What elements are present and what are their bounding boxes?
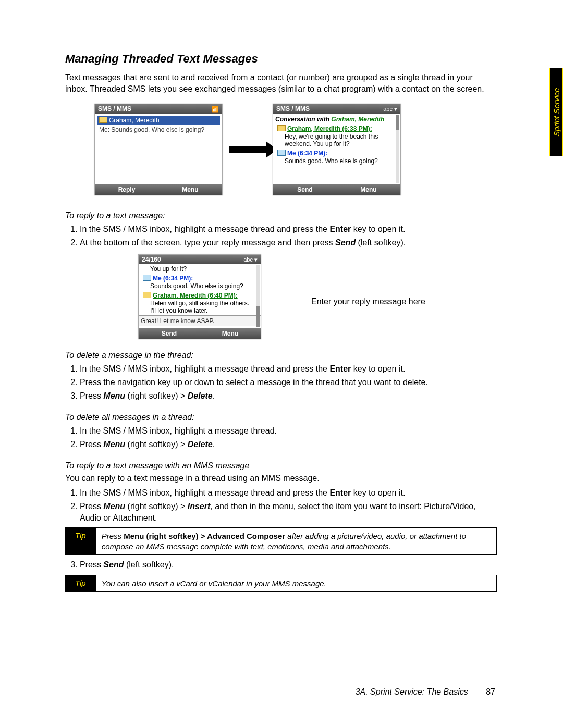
tip-label: Tip	[66, 528, 96, 554]
thread-contact: Graham, Meredith	[109, 117, 160, 124]
msg-body: Sounds good. Who else is going?	[275, 157, 398, 166]
thread-row-selected[interactable]: Graham, Meredith	[97, 116, 220, 125]
msg-body: Hey, we're going to the beach this weeke…	[275, 133, 398, 149]
side-tab-sprint-service: Sprint Service	[549, 68, 563, 156]
phone-conversation: SMS / MMS abc ▾ Conversation with Graham…	[273, 104, 401, 195]
envelope-icon	[99, 117, 107, 123]
footer-chapter: 3A. Sprint Service: The Basics	[356, 687, 468, 696]
input-mode-icon: abc ▾	[243, 256, 258, 263]
scrollbar[interactable]	[396, 115, 399, 183]
step: In the SMS / MMS inbox, highlight a mess…	[80, 224, 497, 235]
footer-page-number: 87	[486, 687, 495, 696]
phone-reply: 24/160 abc ▾ You up for it? Me (6:34 PM)…	[138, 254, 261, 339]
msg-body: You up for it?	[141, 265, 259, 274]
screens-row: SMS / MMS 📶 Graham, Meredith Me: Sounds …	[94, 104, 497, 195]
arrow-block	[223, 146, 273, 153]
subhead-mms-reply: To reply to a text message with an MMS m…	[65, 461, 497, 471]
softkey-menu[interactable]: Menu	[200, 328, 261, 339]
step: At the bottom of the screen, type your r…	[80, 237, 497, 249]
step: In the SMS / MMS inbox, highlight a mess…	[80, 487, 497, 499]
tip-box: Tip Press Menu (right softkey) > Advance…	[65, 527, 497, 555]
phone-title: SMS / MMS	[98, 105, 131, 113]
tip-body: You can also insert a vCard or vCalendar…	[96, 575, 496, 592]
softkey-send[interactable]: Send	[273, 184, 337, 195]
step: In the SMS / MMS inbox, highlight a mess…	[80, 363, 497, 375]
phone-inbox: SMS / MMS 📶 Graham, Meredith Me: Sounds …	[94, 104, 223, 195]
section-intro: Text messages that are sent to and recei…	[65, 72, 497, 94]
battery-icon: 📶	[212, 106, 219, 113]
reply-input[interactable]: Great! Let me know ASAP.	[139, 315, 261, 326]
mms-intro: You can reply to a text message in a thr…	[65, 474, 497, 483]
msg-sender[interactable]: Me (6:34 PM):	[153, 275, 193, 282]
msg-body: Sounds good. Who else is going?	[141, 282, 259, 291]
phone-title: SMS / MMS	[276, 105, 310, 113]
conversation-title: Conversation with Graham, Meredith	[275, 115, 398, 124]
outgoing-icon	[277, 150, 286, 156]
section-title: Managing Threaded Text Messages	[65, 52, 497, 66]
subhead-delete-all: To delete all messages in a thread:	[65, 413, 497, 422]
tip-label: Tip	[66, 575, 96, 592]
msg-sender[interactable]: Graham, Meredith (6:40 PM):	[153, 292, 238, 299]
envelope-icon	[143, 292, 151, 298]
reply-figure: 24/160 abc ▾ You up for it? Me (6:34 PM)…	[138, 254, 497, 339]
conv-prefix: Conversation with	[275, 116, 331, 123]
softkey-menu[interactable]: Menu	[158, 184, 222, 195]
msg-body: Helen will go, still asking the others. …	[141, 300, 259, 315]
callout-line	[271, 306, 302, 306]
outgoing-icon	[143, 275, 151, 281]
step: Press Menu (right softkey) > Insert, and…	[80, 501, 497, 523]
step: Press the navigation key up or down to s…	[80, 377, 497, 388]
step: Press Menu (right softkey) > Delete.	[80, 439, 497, 450]
step: Press Send (left softkey).	[80, 559, 497, 571]
tip-body: Press Menu (right softkey) > Advanced Co…	[96, 528, 496, 554]
subhead-reply: To reply to a text message:	[65, 211, 497, 220]
step: Press Menu (right softkey) > Delete.	[80, 390, 497, 402]
conv-contact-link[interactable]: Graham, Meredith	[331, 116, 384, 123]
input-mode-icon: abc ▾	[383, 106, 397, 113]
page-footer: 3A. Sprint Service: The Basics 87	[356, 687, 495, 697]
scrollbar[interactable]	[256, 265, 260, 327]
softkey-send[interactable]: Send	[139, 328, 200, 339]
step: In the SMS / MMS inbox, highlight a mess…	[80, 425, 497, 437]
softkey-menu[interactable]: Menu	[337, 184, 400, 195]
arrow-icon	[229, 146, 266, 153]
side-tab-label: Sprint Service	[552, 88, 561, 136]
softkey-reply[interactable]: Reply	[95, 184, 158, 195]
callout-caption: Enter your reply message here	[311, 297, 425, 307]
msg-sender[interactable]: Graham, Meredith (6:33 PM):	[287, 125, 372, 132]
tip-box: Tip You can also insert a vCard or vCale…	[65, 575, 497, 593]
envelope-icon	[277, 125, 286, 131]
thread-preview: Me: Sounds good. Who else is going?	[97, 126, 220, 134]
subhead-delete-one: To delete a message in the thread:	[65, 351, 497, 360]
msg-sender[interactable]: Me (6:34 PM):	[287, 150, 327, 157]
char-counter: 24/160	[142, 256, 161, 263]
